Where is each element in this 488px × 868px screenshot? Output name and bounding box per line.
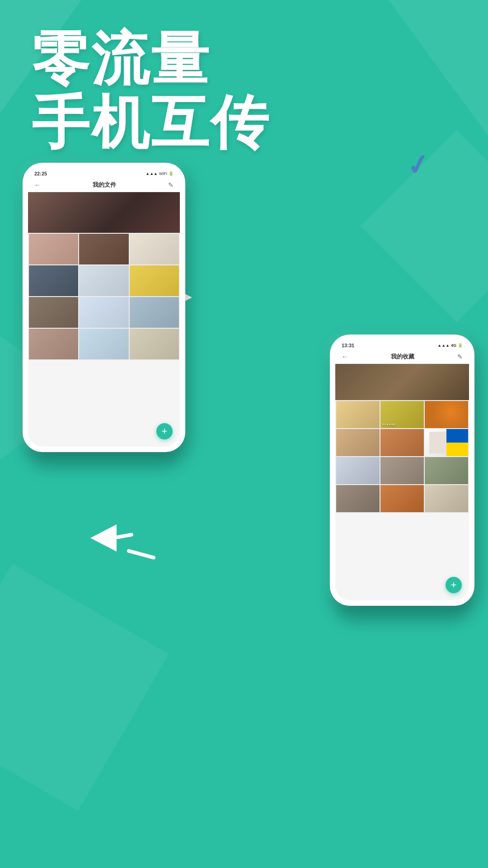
grid-cell-left-6 [29, 297, 78, 328]
phone-right-time: 13:31 [342, 343, 354, 348]
phone-left-nav-title: 我的文件 [93, 181, 116, 189]
grid-cell-right-0 [336, 401, 380, 428]
grid-cell-left-9 [29, 329, 78, 359]
title-line-2: 手机互传 [32, 91, 270, 155]
phone-left-fab[interactable]: + [156, 423, 173, 439]
grid-cell-left-8 [130, 297, 179, 328]
grid-cell-left-3 [29, 265, 78, 296]
title-line-1: 零流量 [32, 27, 270, 91]
4g-icon: 4G [451, 343, 456, 348]
photo-grid-left [28, 233, 180, 360]
grid-cell-left-10 [79, 329, 128, 359]
grid-cell-right-6 [336, 457, 380, 484]
deco-arrow-left-icon [90, 524, 117, 552]
wifi-icon: WiFi [159, 171, 167, 176]
grid-cell-right-7 [380, 457, 424, 484]
back-icon[interactable]: ← [34, 181, 41, 189]
grid-cell-left-2 [130, 234, 179, 264]
edit-icon[interactable]: ✎ [168, 181, 174, 189]
edit-icon-r[interactable]: ✎ [457, 353, 463, 360]
grid-cell-right-11 [425, 485, 468, 512]
grid-cell-right-5 [425, 429, 468, 456]
phone-left-status-icons: ▲▲▲ WiFi 🔋 [145, 171, 174, 176]
grid-cell-left-11 [130, 329, 179, 359]
deco-dash-left-1 [127, 549, 156, 560]
battery-icon-r: 🔋 [458, 343, 463, 348]
grid-cell-right-3 [336, 429, 380, 456]
phone-right: 13:31 ▲▲▲ 4G 🔋 ← 我的收藏 ✎ PLEASE + [330, 335, 474, 606]
phone-left-shell: 22:25 ▲▲▲ WiFi 🔋 ← 我的文件 ✎ + [23, 163, 185, 452]
grid-cell-right-1: PLEASE [380, 401, 424, 428]
grid-cell-left-5 [130, 265, 179, 296]
phone-left-time: 22:25 [34, 171, 47, 176]
grid-cell-left-1 [79, 234, 128, 264]
phone-right-screen: 13:31 ▲▲▲ 4G 🔋 ← 我的收藏 ✎ PLEASE + [335, 340, 469, 600]
battery-icon: 🔋 [169, 171, 174, 176]
bg-rect-bottom [0, 564, 169, 811]
phone-right-fab[interactable]: + [446, 577, 462, 593]
photo-grid-right: PLEASE [335, 400, 469, 513]
grid-cell-right-10 [380, 485, 424, 512]
phone-left-screen: 22:25 ▲▲▲ WiFi 🔋 ← 我的文件 ✎ + [28, 168, 180, 447]
grid-cell-right-8 [425, 457, 468, 484]
back-icon-r[interactable]: ← [342, 353, 348, 360]
phone-right-hero-img [335, 364, 469, 400]
grid-cell-left-7 [79, 297, 128, 328]
signal-icon-r: ▲▲▲ [437, 343, 450, 348]
phone-left-nav: ← 我的文件 ✎ [28, 178, 180, 192]
phone-left-hero-img [28, 192, 180, 233]
title-container: 零流量 手机互传 [32, 27, 270, 155]
phone-right-shell: 13:31 ▲▲▲ 4G 🔋 ← 我的收藏 ✎ PLEASE + [330, 335, 474, 606]
grid-cell-right-4 [380, 429, 424, 456]
phone-right-nav: ← 我的收藏 ✎ [335, 350, 469, 364]
phone-left-notch [86, 168, 122, 176]
phone-right-nav-title: 我的收藏 [391, 353, 414, 361]
phone-right-notch [386, 340, 418, 347]
grid-cell-right-9 [336, 485, 380, 512]
phone-right-status-icons: ▲▲▲ 4G 🔋 [437, 343, 463, 348]
grid-cell-left-4 [79, 265, 128, 296]
phone-left: 22:25 ▲▲▲ WiFi 🔋 ← 我的文件 ✎ + [23, 163, 185, 452]
grid-cell-left-0 [29, 234, 78, 264]
grid-cell-right-2 [425, 401, 468, 428]
signal-icon: ▲▲▲ [145, 171, 158, 176]
deco-check-icon: ✓ [404, 147, 432, 183]
bg-triangle-top-right [389, 0, 488, 136]
